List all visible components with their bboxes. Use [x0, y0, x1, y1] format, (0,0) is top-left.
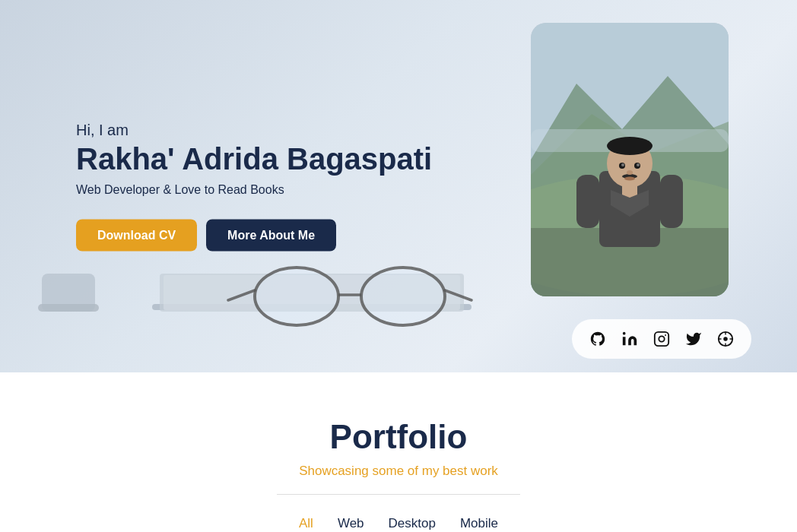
linkedin-icon[interactable] — [616, 325, 643, 353]
portfolio-subtitle: Showcasing some of my best work — [0, 464, 797, 479]
svg-point-29 — [637, 163, 640, 166]
download-cv-button[interactable]: Download CV — [76, 220, 197, 252]
name-heading: Rakha' Adrida Bagaspati — [76, 142, 432, 176]
profile-photo — [531, 23, 729, 296]
more-about-me-button[interactable]: More About Me — [206, 220, 336, 252]
hero-section: Hi, I am Rakha' Adrida Bagaspati Web Dev… — [0, 0, 797, 372]
portfolio-section: Portfolio Showcasing some of my best wor… — [0, 372, 797, 532]
portfolio-filters: All Web Desktop Mobile — [0, 516, 797, 531]
social-bar — [572, 319, 751, 359]
instagram-icon[interactable] — [648, 325, 675, 353]
svg-point-31 — [624, 177, 635, 181]
svg-point-35 — [665, 334, 666, 336]
svg-rect-24 — [660, 175, 683, 228]
svg-point-32 — [623, 332, 626, 335]
hero-buttons: Download CV More About Me — [76, 220, 432, 252]
svg-rect-33 — [655, 332, 668, 346]
wordpress-icon[interactable] — [712, 325, 739, 353]
svg-point-8 — [256, 269, 337, 324]
svg-point-9 — [363, 269, 443, 324]
greeting-text: Hi, I am — [76, 122, 432, 139]
hero-text-block: Hi, I am Rakha' Adrida Bagaspati Web Dev… — [76, 122, 432, 252]
filter-web[interactable]: Web — [338, 516, 364, 531]
svg-point-34 — [659, 336, 664, 341]
portfolio-title: Portfolio — [0, 418, 797, 456]
svg-point-28 — [621, 163, 624, 166]
filter-all[interactable]: All — [299, 516, 313, 531]
github-icon[interactable] — [584, 325, 611, 353]
filter-desktop[interactable]: Desktop — [389, 516, 436, 531]
svg-rect-11 — [42, 274, 95, 312]
subtitle-text: Web Developer & Love to Read Books — [76, 183, 432, 197]
twitter-icon[interactable] — [680, 325, 707, 353]
filter-mobile[interactable]: Mobile — [460, 516, 498, 531]
portfolio-divider — [277, 494, 520, 495]
svg-point-20 — [607, 137, 653, 155]
svg-rect-23 — [576, 175, 599, 228]
svg-point-30 — [627, 170, 633, 175]
svg-point-37 — [723, 337, 728, 341]
